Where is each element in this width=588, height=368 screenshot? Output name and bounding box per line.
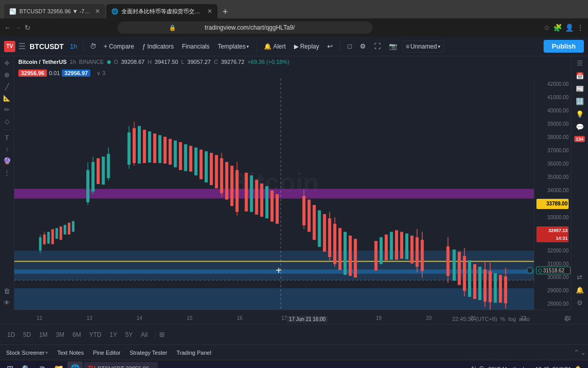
shapes-tool[interactable]: ◇: [5, 118, 10, 125]
taskbar-time: 10:45: [535, 366, 550, 369]
rt-bell[interactable]: 🔔: [576, 286, 584, 294]
screener-button[interactable]: Stock Screener ▾: [2, 348, 52, 357]
fullscreen-button[interactable]: ⛶: [371, 40, 384, 52]
left-separator: [3, 129, 11, 130]
measure-tool[interactable]: ↕: [6, 146, 9, 153]
tf-1y[interactable]: 1Y: [107, 330, 120, 340]
search-taskbar[interactable]: 🔍: [18, 361, 34, 369]
strategytester-button[interactable]: Strategy Tester: [126, 348, 172, 357]
svg-rect-14: [60, 226, 62, 240]
notification-icon[interactable]: 🔔: [574, 365, 582, 369]
pct-button[interactable]: %: [500, 316, 505, 322]
ohlc-low: L: [181, 59, 184, 65]
settings-button[interactable]: ⚙: [357, 40, 369, 52]
templates-button[interactable]: Templates ▾: [214, 41, 252, 52]
tab-2[interactable]: 🌐 全面封杀比特币等虚拟货币交易 - 百... ✕: [106, 4, 217, 18]
crosshair-tool[interactable]: ⊕: [4, 71, 10, 79]
textnotes-button[interactable]: Text Notes: [53, 348, 88, 357]
back-button[interactable]: ←: [4, 24, 11, 32]
svg-rect-80: [410, 236, 413, 264]
interval-1h[interactable]: 1h: [68, 41, 79, 51]
alert-button[interactable]: 🔔 Alert: [261, 41, 289, 52]
svg-rect-12: [52, 229, 54, 244]
forecast-tool[interactable]: 🔮: [3, 157, 11, 165]
indicator-count-label[interactable]: ∨ 3: [96, 70, 105, 77]
multi-chart-button[interactable]: ⊞: [159, 331, 165, 338]
tf-1m[interactable]: 1M: [36, 330, 51, 340]
pineeditor-button[interactable]: Pine Editor: [89, 348, 125, 357]
tab2-label: 全面封杀比特币等虚拟货币交易 - 百...: [121, 8, 203, 15]
more-tools[interactable]: ⋮: [4, 169, 10, 176]
svg-rect-35: [163, 137, 166, 164]
auto-button[interactable]: auto: [519, 316, 530, 322]
tradingview-taskbar[interactable]: TV BTCUSDT 32956.96...: [84, 362, 158, 369]
rt-compare[interactable]: ⇄: [577, 273, 582, 281]
chart-type-button[interactable]: □: [345, 40, 355, 52]
rt-news[interactable]: 📰: [576, 85, 584, 93]
tab-bar: 📉 BTCUSDT 32956.96 ▼ -7.42%... ✕ 🌐 全面封杀比…: [0, 0, 588, 18]
svg-rect-52: [245, 173, 248, 212]
profile-button[interactable]: 👤: [565, 24, 574, 32]
tf-ytd[interactable]: YTD: [86, 330, 105, 340]
tab1-close[interactable]: ✕: [95, 8, 100, 15]
tf-5d[interactable]: 5D: [20, 330, 34, 340]
indicators-button[interactable]: ƒ Indicators: [139, 41, 177, 52]
chart-canvas[interactable]: Bitcoin: [14, 79, 534, 310]
trendline-tool[interactable]: ╱: [5, 83, 9, 90]
rt-ideas[interactable]: 💡: [576, 110, 584, 118]
forward-button[interactable]: →: [14, 24, 21, 32]
brush-tool[interactable]: ✏: [4, 106, 10, 113]
ruler-tool[interactable]: 📐: [3, 95, 11, 102]
svg-rect-74: [380, 237, 383, 264]
cursor-tool[interactable]: ✛: [4, 59, 10, 67]
tf-6m[interactable]: 6M: [69, 330, 84, 340]
interval-range[interactable]: ⏱: [88, 41, 99, 51]
time-19: 19: [376, 315, 382, 321]
tradingpanel-button[interactable]: Trading Panel: [173, 348, 215, 357]
browser-taskbar-icon[interactable]: 🌐: [67, 361, 83, 369]
log-button[interactable]: log: [508, 316, 516, 322]
expand-bottom[interactable]: ⌄: [580, 349, 586, 356]
rt-calculator[interactable]: 🔢: [576, 98, 584, 105]
goto-realtime[interactable]: ⊙: [564, 315, 570, 323]
price-29000: 29000.00: [536, 286, 569, 295]
chart-info-bar: Bitcoin / TetherUS 1h BINANCE O 39208.67…: [14, 56, 571, 67]
time-12: 12: [37, 315, 42, 321]
trash-tool[interactable]: 🗑: [4, 287, 10, 295]
tab-1[interactable]: 📉 BTCUSDT 32956.96 ▼ -7.42%... ✕: [4, 4, 105, 18]
svg-rect-39: [184, 144, 187, 171]
star-button[interactable]: ☆: [544, 24, 550, 32]
symbol-label[interactable]: BTCUSDT: [28, 41, 66, 52]
address-input-wrapper[interactable]: 🔒: [117, 21, 373, 34]
publish-button[interactable]: Publish: [544, 40, 584, 53]
eye-tool[interactable]: 👁: [4, 299, 10, 307]
extension-button[interactable]: 🧩: [553, 24, 562, 32]
tf-5y[interactable]: 5Y: [122, 330, 136, 340]
url-input[interactable]: [178, 24, 321, 31]
tf-3m[interactable]: 3M: [53, 330, 67, 340]
tf-1d[interactable]: 1D: [4, 330, 18, 340]
undo-button[interactable]: ↩: [324, 40, 336, 52]
financials-button[interactable]: Financials: [179, 41, 212, 52]
tf-all[interactable]: All: [138, 330, 151, 340]
text-tool[interactable]: T: [5, 134, 9, 142]
rt-calendar[interactable]: 📅: [576, 72, 584, 80]
svg-rect-69: [338, 228, 341, 270]
new-tab-button[interactable]: +: [218, 7, 232, 17]
tab2-close[interactable]: ✕: [207, 8, 212, 15]
replay-button[interactable]: ▶ Replay: [291, 41, 322, 52]
reload-button[interactable]: ↻: [24, 24, 31, 32]
windows-start[interactable]: ⊞: [2, 361, 17, 369]
weather-icon: 🌤: [479, 365, 485, 369]
unnamed-button[interactable]: ≡ Unnamed ▾: [402, 40, 444, 53]
compare-button[interactable]: + Compare: [101, 41, 137, 52]
collapse-bottom[interactable]: ⌃: [574, 349, 579, 356]
snapshot-button[interactable]: 📷: [386, 40, 400, 52]
rt-chat[interactable]: 💬: [576, 123, 584, 131]
file-explorer-icon[interactable]: 📁: [51, 361, 66, 369]
menu-button[interactable]: ⋮: [577, 24, 584, 32]
tv-hamburger[interactable]: ☰: [18, 41, 26, 51]
rt-watchlist[interactable]: ☰: [577, 59, 583, 67]
taskview-button[interactable]: ⧉: [35, 361, 50, 369]
rt-settings-right[interactable]: ⚙: [577, 299, 583, 307]
